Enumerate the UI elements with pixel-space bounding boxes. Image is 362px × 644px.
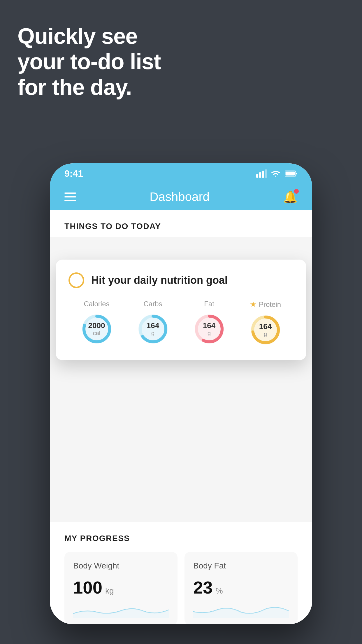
body-fat-value: 23: [193, 578, 213, 598]
body-weight-value: 100: [73, 578, 102, 598]
svg-rect-3: [265, 169, 267, 178]
body-fat-card[interactable]: Body Fat 23 %: [184, 552, 298, 624]
body-fat-wave: [193, 603, 289, 618]
nutrition-card[interactable]: Hit your daily nutrition goal Calories 2…: [56, 260, 306, 360]
body-weight-wave: [73, 603, 169, 618]
progress-section: MY PROGRESS Body Weight 100 kg B: [50, 522, 312, 624]
card-title: Hit your daily nutrition goal: [91, 274, 228, 286]
headline-line2: your to-do list: [17, 49, 161, 74]
carbs-label: Carbs: [143, 300, 162, 308]
body-weight-card[interactable]: Body Weight 100 kg: [64, 552, 178, 624]
nav-bar: Dashboard 🔔: [50, 184, 312, 210]
status-bar: 9:41: [50, 163, 312, 184]
protein-donut: 164 g: [248, 312, 283, 347]
nav-title: Dashboard: [150, 190, 209, 204]
progress-heading: MY PROGRESS: [64, 534, 298, 543]
phone-mockup: 9:41 D: [50, 163, 312, 624]
svg-rect-1: [259, 172, 261, 178]
star-icon: ★: [250, 300, 256, 309]
svg-rect-2: [262, 171, 264, 178]
body-fat-label: Body Fat: [193, 561, 289, 570]
card-check-circle: [68, 272, 84, 288]
app-content: THINGS TO DO TODAY Hit your daily nutrit…: [50, 210, 312, 624]
svg-rect-0: [256, 174, 258, 178]
wifi-icon: [271, 170, 281, 177]
headline-line1: Quickly see: [17, 24, 138, 48]
status-icons: [256, 169, 298, 178]
headline-line3: for the day.: [17, 75, 132, 99]
fat-label: Fat: [204, 300, 214, 308]
hamburger-menu[interactable]: [64, 192, 76, 201]
calories-donut: 2000 cal: [79, 312, 114, 346]
battery-icon: [285, 170, 298, 177]
nutrients-row: Calories 2000 cal: [68, 297, 294, 347]
status-time: 9:41: [64, 168, 83, 179]
nutrient-calories: Calories 2000 cal: [79, 300, 114, 346]
body-fat-value-row: 23 %: [193, 578, 289, 598]
things-heading: THINGS TO DO TODAY: [50, 210, 312, 237]
nutrient-carbs: Carbs 164 g: [136, 300, 171, 346]
calories-label: Calories: [84, 300, 109, 308]
nutrient-fat: Fat 164 g: [192, 300, 227, 346]
carbs-donut: 164 g: [136, 312, 171, 346]
svg-rect-5: [296, 173, 297, 174]
nutrient-protein: ★ Protein 164 g: [248, 300, 283, 347]
signal-icon: [256, 169, 267, 178]
app-headline: Quickly see your to-do list for the day.: [17, 23, 161, 100]
notification-bell[interactable]: 🔔: [283, 190, 298, 204]
body-fat-unit: %: [216, 586, 223, 596]
svg-rect-6: [286, 172, 295, 176]
card-title-row: Hit your daily nutrition goal: [68, 272, 294, 288]
progress-cards: Body Weight 100 kg Body Fat 23 %: [64, 552, 298, 624]
body-weight-label: Body Weight: [73, 561, 169, 570]
body-weight-value-row: 100 kg: [73, 578, 169, 598]
body-weight-unit: kg: [105, 586, 114, 596]
protein-label: ★ Protein: [250, 300, 281, 309]
notification-dot: [294, 189, 299, 194]
fat-donut: 164 g: [192, 312, 227, 346]
